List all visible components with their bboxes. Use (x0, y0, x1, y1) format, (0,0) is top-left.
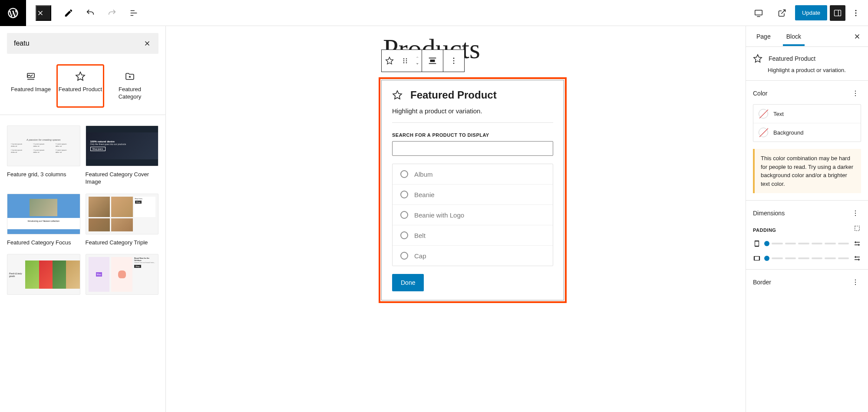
pattern-item[interactable]: A passion for creating spaces ▪ Lorem ip… (7, 125, 80, 186)
custom-value-icon[interactable] (853, 240, 861, 247)
radio-icon (400, 170, 408, 178)
move-arrows[interactable]: ⌃ ⌄ (413, 55, 422, 67)
svg-rect-0 (755, 10, 762, 15)
product-option[interactable]: Beanie (393, 185, 553, 205)
padding-horizontal-control[interactable] (753, 254, 861, 262)
featured-image-icon (26, 71, 36, 82)
pattern-label: Feature grid, 3 columns (7, 171, 80, 178)
pattern-item[interactable]: Woo Brand New for the HolidaysCheck out … (86, 254, 159, 299)
block-options-button[interactable] (443, 50, 464, 72)
product-option[interactable]: Album (393, 164, 553, 185)
svg-point-17 (855, 93, 856, 94)
color-options-button[interactable] (850, 88, 861, 99)
top-toolbar: Update (0, 0, 868, 26)
settings-sidebar: Page Block Featured Product Highlight a … (746, 26, 868, 412)
swatch-icon (759, 109, 768, 119)
pattern-preview: Fresh & tasty goods (7, 254, 80, 295)
svg-point-11 (406, 62, 407, 63)
product-option[interactable]: Cap (393, 246, 553, 266)
radio-icon (400, 252, 408, 260)
svg-point-20 (855, 213, 856, 214)
padding-slider[interactable] (765, 256, 849, 261)
align-button[interactable] (422, 50, 443, 72)
product-option[interactable]: Beanie with Logo (393, 205, 553, 225)
border-options-button[interactable] (850, 277, 861, 288)
update-button[interactable]: Update (795, 5, 827, 20)
external-preview-button[interactable] (772, 3, 792, 23)
clear-search-button[interactable] (139, 36, 155, 51)
horizontal-axis-icon (753, 254, 761, 262)
pattern-preview: New linesShop (86, 194, 159, 234)
pattern-label: Featured Category Focus (7, 239, 80, 247)
document-overview-button[interactable] (123, 3, 144, 23)
sidebar-block-name: Featured Product (769, 55, 815, 62)
done-button[interactable]: Done (392, 274, 424, 291)
block-featured-category[interactable]: Featured Category (106, 64, 154, 108)
close-inserter-button[interactable] (36, 5, 51, 21)
tab-block[interactable]: Block (783, 27, 805, 46)
dimensions-options-button[interactable] (850, 208, 861, 219)
padding-slider[interactable] (765, 241, 849, 246)
pattern-item[interactable]: 100% natural denimOnly the finest goes i… (86, 125, 159, 186)
pattern-item[interactable]: Fresh & tasty goods (7, 254, 80, 299)
product-name: Belt (414, 232, 426, 239)
svg-point-8 (403, 62, 404, 63)
star-icon (753, 54, 762, 63)
product-search-input[interactable] (392, 141, 553, 156)
block-type-icon[interactable] (382, 50, 397, 72)
swatch-icon (759, 128, 768, 137)
pattern-preview: A passion for creating spaces ▪ Lorem ip… (7, 125, 80, 166)
product-name: Album (414, 171, 433, 178)
color-text-row[interactable]: Text (753, 105, 861, 123)
svg-point-4 (855, 15, 857, 16)
edit-tools-button[interactable] (58, 3, 79, 23)
pattern-preview: Woo Brand New for the HolidaysCheck out … (86, 254, 159, 295)
svg-rect-24 (754, 257, 759, 260)
unlink-sides-icon[interactable] (853, 224, 861, 232)
svg-point-19 (855, 211, 856, 211)
svg-point-13 (453, 58, 455, 59)
svg-point-18 (855, 95, 856, 96)
product-option[interactable]: Belt (393, 225, 553, 246)
svg-point-9 (406, 58, 407, 59)
star-icon (392, 90, 403, 100)
block-featured-product[interactable]: Featured Product (56, 64, 104, 108)
vertical-axis-icon (753, 240, 761, 247)
custom-value-icon[interactable] (853, 254, 861, 262)
settings-sidebar-toggle[interactable] (830, 5, 845, 21)
block-search-box (7, 33, 158, 54)
pattern-item[interactable]: Introducing our Newest collection Featur… (7, 194, 80, 247)
wordpress-logo[interactable] (0, 0, 26, 26)
block-featured-image[interactable]: Featured Image (7, 64, 55, 108)
tab-page[interactable]: Page (753, 27, 774, 46)
color-background-row[interactable]: Background (753, 123, 861, 142)
featured-product-block[interactable]: Featured Product Highlight a product or … (379, 77, 567, 303)
svg-rect-22 (855, 226, 860, 231)
block-label: Featured Product (59, 86, 102, 93)
product-name: Cap (414, 252, 426, 260)
svg-point-3 (855, 12, 857, 13)
svg-rect-23 (755, 241, 759, 246)
close-sidebar-button[interactable] (853, 33, 861, 40)
product-search-label: SEARCH FOR A PRODUCT TO DISPLAY (392, 132, 553, 138)
pattern-preview: 100% natural denimOnly the finest goes i… (86, 125, 159, 166)
block-inserter-panel: Featured Image Featured Product Featured… (0, 26, 166, 412)
more-options-button[interactable] (848, 3, 864, 23)
block-label: Featured Category (108, 86, 152, 101)
radio-icon (400, 191, 408, 198)
drag-handle-icon[interactable] (397, 50, 413, 72)
padding-label: PADDING (753, 227, 776, 233)
view-button[interactable] (748, 3, 769, 23)
product-list: Album Beanie Beanie with Logo Belt Cap (392, 164, 553, 266)
pattern-label: Featured Category Triple (86, 239, 159, 247)
block-search-input[interactable] (14, 40, 139, 47)
star-icon (75, 71, 86, 82)
radio-icon (400, 231, 408, 239)
redo-button[interactable] (102, 3, 122, 23)
undo-button[interactable] (80, 3, 101, 23)
svg-point-15 (453, 63, 455, 64)
move-down-icon[interactable]: ⌄ (416, 61, 419, 65)
padding-vertical-control[interactable] (753, 240, 861, 247)
pattern-item[interactable]: New linesShop Featured Category Triple (86, 194, 159, 247)
svg-point-25 (855, 280, 856, 280)
